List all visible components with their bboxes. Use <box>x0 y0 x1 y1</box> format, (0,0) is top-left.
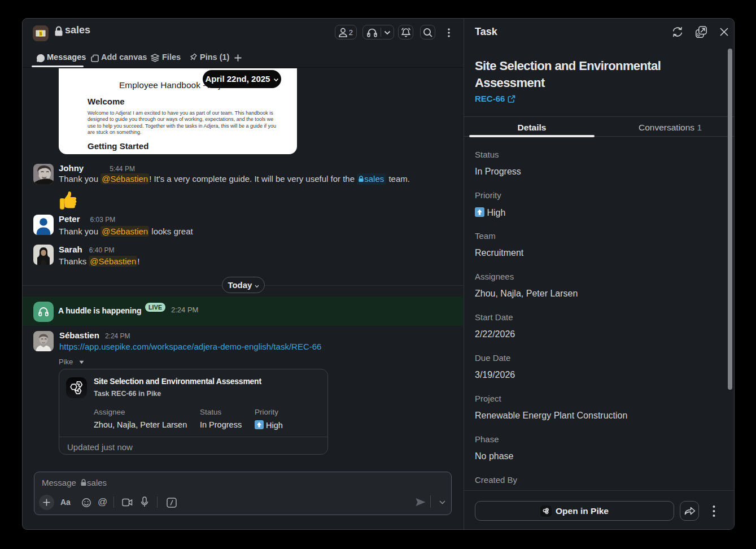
svg-text:$: $ <box>40 31 42 36</box>
